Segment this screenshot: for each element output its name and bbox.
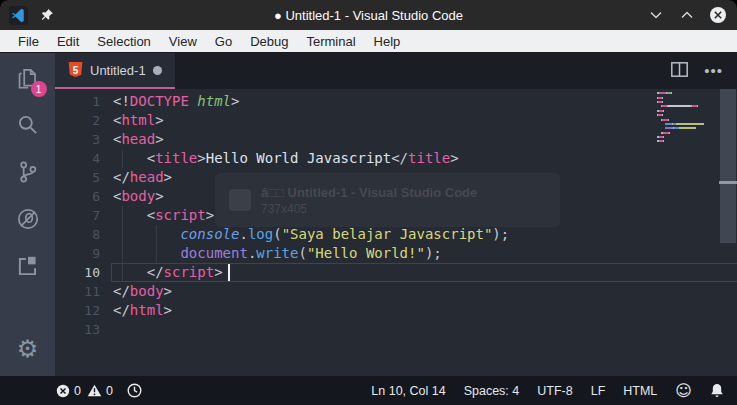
tab-untitled-1[interactable]: 5 Untitled-1 (55, 53, 175, 89)
status-eol[interactable]: LF (591, 384, 606, 398)
menu-file[interactable]: File (10, 32, 47, 51)
pin-icon[interactable] (38, 6, 56, 24)
statusbar: 0 0 Ln 10, Col 14Spaces: 4UTF-8LFHTML ☺ (0, 376, 737, 405)
vscode-logo-icon (9, 6, 28, 25)
menu-edit[interactable]: Edit (49, 32, 87, 51)
code-line-7[interactable]: 7<script> (55, 206, 737, 225)
vertical-scrollbar[interactable] (719, 89, 737, 376)
code-text: <html> (113, 111, 164, 130)
html5-file-icon: 5 (68, 62, 83, 78)
code-text: document.write("Hello World!"); (113, 244, 442, 263)
menu-go[interactable]: Go (207, 32, 240, 51)
line-number: 8 (55, 225, 113, 244)
code-line-2[interactable]: 2<html> (55, 111, 737, 130)
vscode-window: ● Untitled-1 - Visual Studio Code FileEd… (0, 0, 737, 405)
line-number: 3 (55, 130, 113, 149)
debug-icon[interactable] (13, 204, 43, 234)
statusbar-right: Ln 10, Col 14Spaces: 4UTF-8LFHTML ☺ (371, 383, 737, 399)
code-line-3[interactable]: 3<head> (55, 130, 737, 149)
code-line-12[interactable]: 12</html> (55, 301, 737, 320)
overview-ruler-cursor-mark (719, 181, 737, 184)
menu-selection[interactable]: Selection (89, 32, 158, 51)
menu-view[interactable]: View (161, 32, 205, 51)
line-number: 9 (55, 244, 113, 263)
code-text: <body> (113, 187, 164, 206)
status-indentation[interactable]: Spaces: 4 (464, 384, 520, 398)
problems-errors[interactable]: 0 (56, 384, 81, 398)
code-lines: 1<!DOCTYPE html>2<html>3<head>4<title>He… (55, 89, 737, 376)
code-text: console.log("Saya belajar Javascript"); (113, 225, 509, 244)
status-encoding[interactable]: UTF-8 (537, 384, 572, 398)
explorer-icon[interactable]: 1 (13, 63, 43, 93)
line-number: 1 (55, 92, 113, 111)
search-icon[interactable] (13, 110, 43, 140)
titlebar: ● Untitled-1 - Visual Studio Code (0, 0, 737, 30)
line-number: 11 (55, 282, 113, 301)
minimap[interactable] (657, 91, 719, 148)
text-cursor (228, 264, 230, 281)
line-number: 7 (55, 206, 113, 225)
code-text: </body> (113, 282, 172, 301)
code-text: <script> (113, 206, 214, 225)
error-count: 0 (74, 384, 81, 398)
menubar: FileEditSelectionViewGoDebugTerminalHelp (0, 30, 737, 53)
maximize-icon[interactable] (678, 6, 696, 24)
code-text: <title>Hello World Javascript</title> (113, 149, 459, 168)
minimize-icon[interactable] (647, 6, 665, 24)
code-line-5[interactable]: 5</head> (55, 168, 737, 187)
menu-debug[interactable]: Debug (242, 32, 296, 51)
line-number: 6 (55, 187, 113, 206)
code-text: </script> (113, 263, 223, 282)
warning-count: 0 (106, 384, 113, 398)
code-line-10[interactable]: 10</script> (55, 263, 737, 282)
status-cursor-position[interactable]: Ln 10, Col 14 (371, 384, 445, 398)
code-line-6[interactable]: 6<body> (55, 187, 737, 206)
code-text: </head> (113, 168, 172, 187)
notifications-bell-icon[interactable] (710, 383, 724, 398)
code-text: <head> (113, 130, 164, 149)
more-actions-icon[interactable]: ••• (704, 68, 723, 74)
close-icon[interactable] (709, 6, 727, 24)
extensions-icon[interactable] (13, 251, 43, 281)
code-text: <!DOCTYPE html> (113, 92, 239, 111)
code-line-13[interactable]: 13 (55, 320, 737, 339)
activity-bar: 1 ⚙ (0, 53, 55, 376)
tabbar: 5 Untitled-1 ••• (55, 53, 737, 89)
line-number: 12 (55, 301, 113, 320)
source-control-icon[interactable] (13, 157, 43, 187)
line-number: 13 (55, 320, 113, 339)
settings-gear-icon[interactable]: ⚙ (13, 334, 43, 364)
line-number: 10 (55, 263, 113, 282)
feedback-smiley-icon[interactable]: ☺ (675, 383, 692, 399)
modified-dot-icon[interactable] (153, 66, 162, 75)
code-text: </html> (113, 301, 172, 320)
code-line-11[interactable]: 11</body> (55, 282, 737, 301)
code-line-8[interactable]: 8console.log("Saya belajar Javascript"); (55, 225, 737, 244)
menu-terminal[interactable]: Terminal (298, 32, 363, 51)
window-title: ● Untitled-1 - Visual Studio Code (0, 8, 737, 23)
code-line-1[interactable]: 1<!DOCTYPE html> (55, 92, 737, 111)
menu-help[interactable]: Help (366, 32, 409, 51)
clock-icon[interactable] (127, 383, 142, 398)
line-number: 4 (55, 149, 113, 168)
tab-label: Untitled-1 (90, 63, 146, 78)
explorer-badge: 1 (31, 81, 47, 97)
editor[interactable]: 1<!DOCTYPE html>2<html>3<head>4<title>He… (55, 89, 737, 376)
line-number: 5 (55, 168, 113, 187)
code-line-4[interactable]: 4<title>Hello World Javascript</title> (55, 149, 737, 168)
line-number: 2 (55, 111, 113, 130)
code-line-9[interactable]: 9document.write("Hello World!"); (55, 244, 737, 263)
scrollbar-slider[interactable] (720, 89, 736, 243)
problems-warnings[interactable]: 0 (87, 384, 113, 398)
status-language-mode[interactable]: HTML (623, 384, 657, 398)
split-editor-icon[interactable] (671, 62, 688, 81)
